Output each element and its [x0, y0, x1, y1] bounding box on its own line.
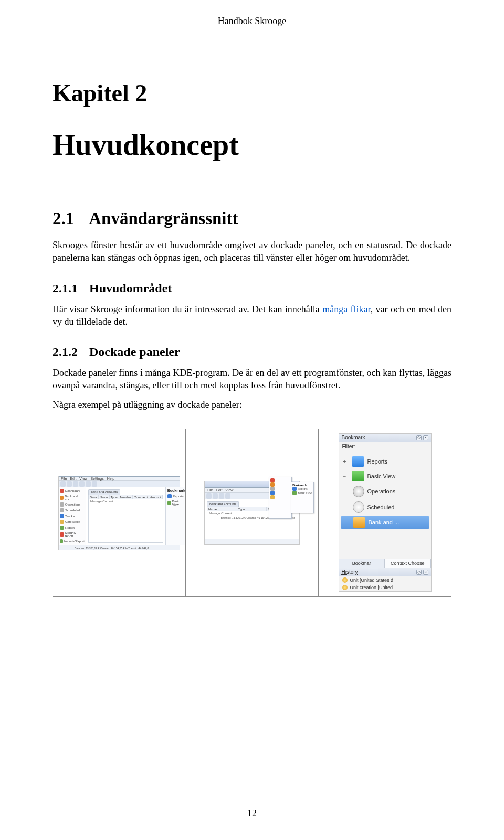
- table-body: Manage Current: [88, 499, 163, 543]
- section-2-1-1-heading: 2.1.1Huvudområdet: [52, 281, 452, 296]
- row-text: Manage Current: [89, 499, 163, 503]
- dock-item-label: Reports: [173, 495, 184, 498]
- categories-icon: [60, 520, 64, 524]
- tab-bookmark[interactable]: Bookmar: [339, 559, 385, 568]
- col-header: Type: [237, 507, 267, 511]
- categories-icon: [270, 495, 275, 499]
- tracker-icon: [270, 491, 275, 495]
- folder-icon: [352, 471, 364, 481]
- toolbar: [59, 481, 180, 487]
- folder-icon: [352, 456, 364, 467]
- tree-item-label: Reports: [368, 458, 388, 465]
- chapter-title: Huvudkoncept: [52, 128, 452, 162]
- sidebar-item-label: Operations: [65, 503, 80, 506]
- screenshot-1: FileEditViewSettingsHelp Dashboard Bank …: [59, 476, 180, 550]
- running-head: Handbok Skrooge: [52, 16, 452, 27]
- expand-icon[interactable]: +: [343, 459, 349, 465]
- statusbar: [205, 539, 299, 544]
- section-2-1-2-paragraph-2: Några exempel på utläggning av dockade p…: [52, 398, 452, 411]
- right-dock: Bookmark Reports Basic View: [165, 487, 186, 545]
- tree-item-label: Bank and ...: [369, 519, 400, 526]
- close-icon[interactable]: ×: [423, 570, 428, 575]
- sidebar-item-label: Categories: [65, 520, 80, 523]
- section-number: 2.1.1: [52, 281, 78, 295]
- tree-item-reports[interactable]: + Reports: [341, 455, 429, 468]
- gallery-cell-1: FileEditViewSettingsHelp Dashboard Bank …: [53, 429, 186, 596]
- tree-item-basic-view[interactable]: − Basic View: [341, 469, 429, 483]
- bank-icon: [60, 496, 64, 500]
- section-title: Dockade paneler: [89, 345, 180, 359]
- col-header: Name: [99, 495, 110, 499]
- gallery-cell-2: FileEditView Bank and Accounts Name Type…: [186, 429, 319, 596]
- scheduled-icon: [60, 508, 64, 512]
- dock-title: Bookmark: [167, 489, 185, 492]
- main-area: Bank and Accounts Bank Name Type Number …: [86, 487, 165, 545]
- page-number: 12: [0, 808, 504, 819]
- history-item-label: Unit creation [United: [350, 585, 393, 590]
- report-icon: [60, 526, 64, 530]
- history-item[interactable]: Unit [United States d: [339, 576, 431, 584]
- dashboard-icon: [60, 489, 64, 493]
- dock-item-label: Basic View: [172, 500, 185, 506]
- operations-icon: [60, 502, 64, 507]
- section-number: 2.1.2: [52, 345, 78, 359]
- screenshot-3-dock-panel: Bookmark ◇ × Filter: + Reports: [339, 434, 431, 591]
- sidebar-item-label: Report: [65, 526, 75, 529]
- tree-item-scheduled[interactable]: Scheduled: [341, 500, 429, 514]
- col-header: Number: [119, 495, 133, 499]
- many-tabs-link[interactable]: många flikar: [322, 304, 371, 314]
- history-item-label: Unit [United States d: [350, 578, 394, 583]
- section-title: Användargränssnitt: [89, 209, 238, 228]
- tree-item-label: Scheduled: [368, 504, 395, 510]
- left-sidebar: Dashboard Bank and acc... Operations Sch…: [59, 487, 86, 545]
- close-icon[interactable]: ×: [423, 435, 428, 440]
- sidebar-item-label: Monthly report: [65, 531, 85, 538]
- tab-context-choose[interactable]: Context Choose: [385, 559, 431, 568]
- bank-icon: [270, 482, 275, 487]
- section-2-1-2-paragraph-1: Dockade paneler finns i många KDE-progra…: [52, 366, 452, 392]
- section-2-1-2-heading: 2.1.2Dockade paneler: [52, 345, 452, 359]
- folder-icon: [167, 494, 172, 498]
- section-number: 2.1: [52, 209, 74, 228]
- col-header: Name: [207, 507, 237, 511]
- sidebar-item-label: Bank and acc...: [65, 495, 85, 501]
- sidebar-item-label: Scheduled: [65, 509, 80, 512]
- bottom-tabs: Bookmar Context Choose: [339, 559, 431, 568]
- filter-row: Filter:: [339, 442, 431, 452]
- dock-title: Bookmark: [342, 435, 365, 440]
- tree-item-label: Basic View: [368, 473, 396, 479]
- tracker-icon: [60, 514, 64, 518]
- dashboard-icon: [270, 478, 275, 482]
- section-2-1-1-paragraph: Här visar Skrooge information du är intr…: [52, 303, 452, 329]
- clock-icon: [353, 501, 364, 513]
- paragraph-text: Här visar Skrooge information du är intr…: [52, 304, 322, 314]
- chapter-label: Kapitel 2: [52, 79, 452, 107]
- col-header: Amount: [149, 495, 163, 499]
- undock-icon[interactable]: ◇: [416, 435, 422, 440]
- section-title: Huvudområdet: [89, 281, 172, 295]
- table-header: Bank Name Type Number Comment Amount: [88, 495, 163, 499]
- col-header: Type: [110, 495, 119, 499]
- sidebar-item-label: Tracker: [65, 514, 76, 518]
- operations-icon: [353, 486, 364, 497]
- folder-icon: [167, 501, 171, 505]
- operations-icon: [270, 487, 275, 491]
- dock-title: History: [342, 569, 358, 575]
- gallery-cell-3: Bookmark ◇ × Filter: + Reports: [319, 429, 451, 596]
- menubar: FileEditViewSettingsHelp: [59, 477, 180, 481]
- undock-icon[interactable]: ◇: [416, 570, 422, 575]
- section-2-1-paragraph: Skrooges fönster består av ett huvudområ…: [52, 239, 452, 265]
- floating-panel-bookmark: Bookmark Reports Basic View: [291, 482, 314, 513]
- dock-item-label: Reports: [298, 487, 308, 490]
- collapse-icon[interactable]: −: [343, 474, 349, 479]
- bulb-icon: [342, 585, 348, 590]
- history-item[interactable]: Unit creation [United: [339, 584, 431, 591]
- dock-item-label: Basic View: [298, 491, 312, 495]
- monthly-icon: [60, 532, 64, 537]
- history-dock: History ◇ × Unit [United States d Unit c…: [339, 568, 431, 591]
- tree-item-bank-and[interactable]: Bank and ...: [341, 516, 429, 529]
- tab: Bank and Accounts: [207, 501, 239, 507]
- dock-header: Bookmark ◇ ×: [339, 434, 431, 442]
- tree-item-operations[interactable]: Operations: [341, 484, 429, 499]
- bookmark-tree: + Reports − Basic View Operations: [339, 452, 431, 559]
